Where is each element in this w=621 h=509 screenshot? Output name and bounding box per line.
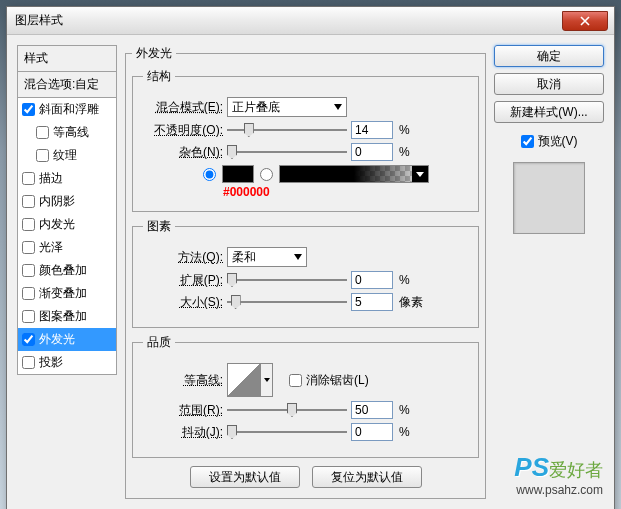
noise-input[interactable] [351, 143, 393, 161]
style-label: 内发光 [39, 216, 75, 233]
jitter-input[interactable] [351, 423, 393, 441]
color-swatch[interactable] [222, 165, 254, 183]
technique-label: 方法(Q): [143, 249, 223, 266]
jitter-unit: % [399, 425, 410, 439]
style-item[interactable]: 渐变叠加 [18, 282, 116, 305]
antialias-checkbox[interactable] [289, 374, 302, 387]
contour-picker[interactable] [227, 363, 261, 397]
range-input[interactable] [351, 401, 393, 419]
antialias-label: 消除锯齿(L) [306, 372, 369, 389]
jitter-label: 抖动(J): [143, 424, 223, 441]
range-unit: % [399, 403, 410, 417]
style-label: 颜色叠加 [39, 262, 87, 279]
style-label: 外发光 [39, 331, 75, 348]
style-checkbox[interactable] [22, 218, 35, 231]
style-item[interactable]: 投影 [18, 351, 116, 374]
style-label: 内阴影 [39, 193, 75, 210]
style-label: 纹理 [53, 147, 77, 164]
dropdown-arrow-icon [334, 104, 342, 110]
style-checkbox[interactable] [22, 103, 35, 116]
style-item[interactable]: 斜面和浮雕 [18, 98, 116, 121]
group-title: 外发光 [132, 45, 176, 62]
style-item[interactable]: 颜色叠加 [18, 259, 116, 282]
cancel-button[interactable]: 取消 [494, 73, 604, 95]
style-label: 光泽 [39, 239, 63, 256]
style-item[interactable]: 纹理 [18, 144, 116, 167]
elements-legend: 图素 [143, 218, 175, 235]
style-label: 渐变叠加 [39, 285, 87, 302]
opacity-label: 不透明度(O): [143, 122, 223, 139]
ok-button[interactable]: 确定 [494, 45, 604, 67]
style-label: 斜面和浮雕 [39, 101, 99, 118]
opacity-input[interactable] [351, 121, 393, 139]
preview-label: 预览(V) [538, 133, 578, 150]
color-radio[interactable] [203, 168, 216, 181]
new-style-button[interactable]: 新建样式(W)... [494, 101, 604, 123]
set-default-button[interactable]: 设置为默认值 [190, 466, 300, 488]
style-checkbox[interactable] [22, 356, 35, 369]
structure-legend: 结构 [143, 68, 175, 85]
style-item[interactable]: 内发光 [18, 213, 116, 236]
spread-label: 扩展(P): [143, 272, 223, 289]
spread-slider[interactable] [227, 272, 347, 288]
noise-slider[interactable] [227, 144, 347, 160]
elements-group: 图素 方法(Q): 柔和 扩展(P): % [132, 218, 479, 328]
style-label: 等高线 [53, 124, 89, 141]
size-slider[interactable] [227, 294, 347, 310]
close-icon [580, 16, 590, 26]
preview-checkbox[interactable] [521, 135, 534, 148]
technique-value: 柔和 [232, 249, 256, 266]
style-item[interactable]: 光泽 [18, 236, 116, 259]
contour-dropdown[interactable] [261, 363, 273, 397]
style-checkbox[interactable] [36, 149, 49, 162]
style-checkbox[interactable] [22, 287, 35, 300]
styles-sidebar: 样式 混合选项:自定 斜面和浮雕等高线纹理描边内阴影内发光光泽颜色叠加渐变叠加图… [17, 45, 117, 505]
main-panel: 外发光 结构 混合模式(E): 正片叠底 不透明度(O): [125, 45, 486, 505]
noise-label: 杂色(N): [143, 144, 223, 161]
blend-mode-label: 混合模式(E): [143, 99, 223, 116]
outer-glow-group: 外发光 结构 混合模式(E): 正片叠底 不透明度(O): [125, 45, 486, 499]
noise-unit: % [399, 145, 410, 159]
color-annotation: #000000 [223, 185, 468, 199]
opacity-unit: % [399, 123, 410, 137]
size-unit: 像素 [399, 294, 423, 311]
range-slider[interactable] [227, 402, 347, 418]
titlebar: 图层样式 [7, 7, 614, 35]
style-item[interactable]: 等高线 [18, 121, 116, 144]
opacity-slider[interactable] [227, 122, 347, 138]
gradient-radio[interactable] [260, 168, 273, 181]
jitter-slider[interactable] [227, 424, 347, 440]
technique-select[interactable]: 柔和 [227, 247, 307, 267]
blend-mode-select[interactable]: 正片叠底 [227, 97, 347, 117]
spread-input[interactable] [351, 271, 393, 289]
quality-legend: 品质 [143, 334, 175, 351]
style-checkbox[interactable] [22, 172, 35, 185]
right-panel: 确定 取消 新建样式(W)... 预览(V) [494, 45, 604, 505]
quality-group: 品质 等高线: 消除锯齿(L) 范围(R): % [132, 334, 479, 458]
gradient-picker[interactable] [279, 165, 429, 183]
style-checkbox[interactable] [36, 126, 49, 139]
sidebar-header[interactable]: 样式 [17, 45, 117, 72]
layer-style-dialog: 图层样式 样式 混合选项:自定 斜面和浮雕等高线纹理描边内阴影内发光光泽颜色叠加… [6, 6, 615, 509]
range-label: 范围(R): [143, 402, 223, 419]
style-label: 投影 [39, 354, 63, 371]
style-checkbox[interactable] [22, 264, 35, 277]
reset-default-button[interactable]: 复位为默认值 [312, 466, 422, 488]
contour-label: 等高线: [143, 372, 223, 389]
dropdown-arrow-icon [294, 254, 302, 260]
style-checkbox[interactable] [22, 310, 35, 323]
style-list: 斜面和浮雕等高线纹理描边内阴影内发光光泽颜色叠加渐变叠加图案叠加外发光投影 [17, 98, 117, 375]
size-input[interactable] [351, 293, 393, 311]
close-button[interactable] [562, 11, 608, 31]
style-checkbox[interactable] [22, 195, 35, 208]
blend-mode-value: 正片叠底 [232, 99, 280, 116]
style-item[interactable]: 外发光 [18, 328, 116, 351]
blending-options-item[interactable]: 混合选项:自定 [17, 72, 117, 98]
style-item[interactable]: 描边 [18, 167, 116, 190]
spread-unit: % [399, 273, 410, 287]
style-label: 图案叠加 [39, 308, 87, 325]
style-item[interactable]: 内阴影 [18, 190, 116, 213]
style-checkbox[interactable] [22, 333, 35, 346]
style-checkbox[interactable] [22, 241, 35, 254]
style-item[interactable]: 图案叠加 [18, 305, 116, 328]
